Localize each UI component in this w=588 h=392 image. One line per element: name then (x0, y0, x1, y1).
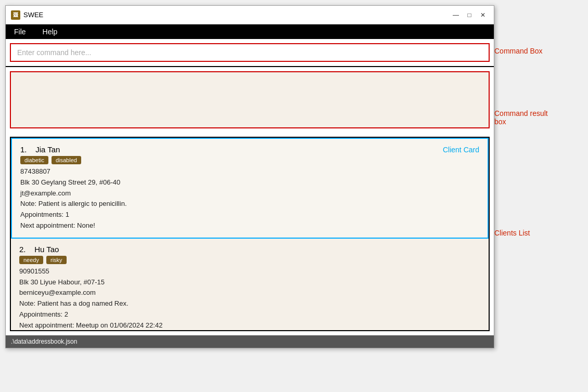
maximize-button[interactable]: □ (464, 9, 475, 21)
clients-list-section: 1. Jia Tan Client Card diabetic disabled… (10, 137, 490, 331)
client-info-2: 90901555 Blk 30 Liyue Habour, #07-15 ber… (19, 266, 480, 330)
command-box-section (6, 39, 494, 67)
client-tags-2: needy risky (19, 256, 480, 264)
title-bar-left: 🖼 SWEE (11, 10, 43, 20)
menu-file[interactable]: File (10, 27, 30, 37)
app-icon: 🖼 (11, 10, 20, 20)
client-card-2[interactable]: 2. Hu Tao needy risky 90901555 Blk 30 Li… (11, 239, 489, 330)
client-phone-1: 87438807 (20, 166, 479, 177)
command-input[interactable] (10, 43, 490, 62)
client-card-1[interactable]: 1. Jia Tan Client Card diabetic disabled… (11, 138, 489, 239)
client-email-2: berniceyu@example.com (19, 288, 480, 298)
annotation-command-box: Command Box (494, 47, 543, 55)
annotation-command-result: Command result box (494, 109, 548, 126)
client-address-2: Blk 30 Liyue Habour, #07-15 (19, 277, 480, 288)
tag-disabled: disabled (52, 156, 81, 164)
client-note-1: Note: Patient is allergic to penicillin. (20, 199, 479, 210)
client-note-2: Note: Patient has a dog named Rex. (19, 298, 480, 309)
client-card-header-2: 2. Hu Tao (19, 245, 480, 254)
window-title: SWEE (23, 11, 43, 19)
tag-needy: needy (19, 256, 43, 264)
client-next-appointment-2: Next appointment: Meetup on 01/06/2024 2… (19, 320, 480, 330)
client-card-label-1: Client Card (443, 146, 479, 154)
minimize-button[interactable]: — (450, 9, 462, 21)
menu-bar: File Help (6, 24, 494, 39)
main-window: 🖼 SWEE — □ ✕ File Help (5, 5, 494, 348)
client-appointments-1: Appointments: 1 (20, 210, 479, 220)
client-address-1: Blk 30 Geylang Street 29, #06-40 (20, 177, 479, 188)
title-bar: 🖼 SWEE — □ ✕ (6, 6, 494, 24)
status-text: .\data\addressbook.json (11, 338, 77, 345)
client-info-1: 87438807 Blk 30 Geylang Street 29, #06-4… (20, 166, 479, 231)
clients-list[interactable]: 1. Jia Tan Client Card diabetic disabled… (11, 138, 489, 330)
command-result-box (10, 71, 490, 128)
client-name-1: 1. Jia Tan (20, 145, 60, 154)
client-phone-2: 90901555 (19, 266, 480, 277)
client-next-appointment-1: Next appointment: None! (20, 220, 479, 231)
annotation-clients-list: Clients List (494, 229, 530, 237)
window-controls: — □ ✕ (450, 9, 489, 21)
client-tags-1: diabetic disabled (20, 156, 479, 164)
client-index-1: 1. (20, 145, 27, 154)
client-name-2: 2. Hu Tao (19, 245, 59, 254)
client-appointments-2: Appointments: 2 (19, 309, 480, 320)
tag-diabetic: diabetic (20, 156, 48, 164)
status-bar: .\data\addressbook.json (6, 335, 494, 348)
client-fullname-2: Hu Tao (34, 245, 59, 254)
close-button[interactable]: ✕ (477, 9, 489, 21)
tag-risky: risky (46, 256, 67, 264)
client-fullname-1: Jia Tan (35, 145, 60, 154)
client-index-2: 2. (19, 245, 26, 254)
menu-help[interactable]: Help (39, 27, 62, 37)
client-card-header-1: 1. Jia Tan Client Card (20, 145, 479, 154)
client-email-1: jt@example.com (20, 188, 479, 199)
